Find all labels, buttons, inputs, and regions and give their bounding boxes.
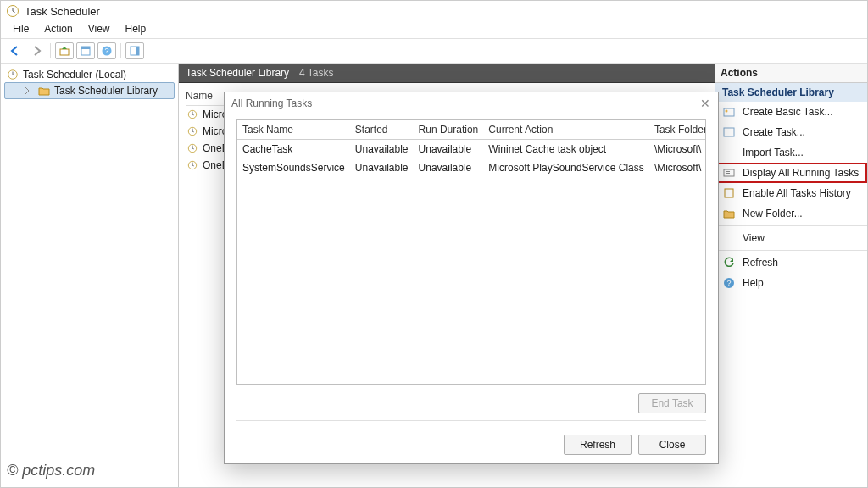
action-label: Create Task... <box>743 126 805 138</box>
col-started[interactable]: Started <box>350 120 414 140</box>
tree-root[interactable]: Task Scheduler (Local) <box>4 67 175 82</box>
action-label: Create Basic Task... <box>743 106 833 118</box>
dialog-buttons: End Task Refresh Close <box>225 385 718 463</box>
create-basic-task[interactable]: Create Basic Task... <box>715 102 867 122</box>
action-label: Import Task... <box>743 147 804 158</box>
panes-button[interactable] <box>125 42 144 59</box>
actions-section: Task Scheduler Library <box>715 83 867 102</box>
svg-rect-18 <box>726 173 730 174</box>
col-task-folder[interactable]: Task Folder <box>649 120 706 140</box>
table-row[interactable]: CacheTaskUnavailableUnavailableWininet C… <box>237 140 706 159</box>
help[interactable]: ? Help <box>715 273 867 293</box>
cell-started: Unavailable <box>350 158 414 177</box>
clock-icon <box>186 141 199 155</box>
action-label: Display All Running Tasks <box>743 167 859 179</box>
menu-help[interactable]: Help <box>119 21 153 36</box>
end-task-button[interactable]: End Task <box>638 393 706 413</box>
clock-icon <box>186 125 199 138</box>
tree-library-label: Task Scheduler Library <box>54 85 158 97</box>
forward-button[interactable] <box>27 42 46 59</box>
svg-point-14 <box>726 110 728 113</box>
center-title: Task Scheduler Library <box>186 67 289 79</box>
enable-history[interactable]: Enable All Tasks History <box>715 183 867 203</box>
wizard-icon <box>722 105 736 119</box>
cell-name: SystemSoundsService <box>237 158 350 177</box>
separator <box>715 225 867 226</box>
all-running-tasks-dialog: All Running Tasks ✕ Task Name Started Ru… <box>224 92 719 464</box>
action-label: Enable All Tasks History <box>743 187 851 199</box>
center-header: Task Scheduler Library 4 Tasks <box>179 64 715 83</box>
cell-name: CacheTask <box>237 140 350 159</box>
actions-header: Actions <box>715 64 867 83</box>
svg-rect-15 <box>724 128 734 136</box>
clock-icon <box>186 158 199 172</box>
up-button[interactable] <box>55 42 74 59</box>
import-icon <box>722 146 736 159</box>
running-tasks-icon <box>722 166 736 180</box>
toolbar-separator <box>50 43 51 58</box>
folder-icon <box>37 84 51 97</box>
tree-library[interactable]: Task Scheduler Library <box>4 82 175 99</box>
new-folder[interactable]: New Folder... <box>715 203 867 224</box>
display-running-tasks[interactable]: Display All Running Tasks <box>715 163 867 183</box>
dialog-title: All Running Tasks <box>231 97 312 109</box>
action-label: Refresh <box>743 257 778 269</box>
svg-rect-1 <box>60 49 69 55</box>
blank-icon <box>722 231 736 245</box>
running-tasks-table: Task Name Started Run Duration Current A… <box>237 120 706 177</box>
close-icon[interactable]: ✕ <box>699 97 711 109</box>
help-button[interactable]: ? <box>97 42 116 59</box>
svg-rect-17 <box>726 171 730 172</box>
menu-view[interactable]: View <box>81 21 117 36</box>
dialog-titlebar: All Running Tasks ✕ <box>225 92 718 114</box>
task-icon <box>722 125 736 139</box>
refresh[interactable]: Refresh <box>715 252 867 273</box>
history-icon <box>722 186 736 200</box>
import-task[interactable]: Import Task... <box>715 142 867 163</box>
clock-icon <box>6 68 19 81</box>
nav-tree: Task Scheduler (Local) Task Scheduler Li… <box>1 64 179 487</box>
toolbar: ? <box>1 39 867 64</box>
task-count: 4 Tasks <box>299 67 333 79</box>
action-label: New Folder... <box>743 208 803 219</box>
svg-rect-19 <box>725 189 733 197</box>
dialog-table-container[interactable]: Task Name Started Run Duration Current A… <box>236 119 706 385</box>
menu-action[interactable]: Action <box>37 21 79 36</box>
cell-duration: Unavailable <box>414 158 484 177</box>
watermark: © pctips.com <box>7 462 95 480</box>
back-button[interactable] <box>6 42 25 59</box>
cell-started: Unavailable <box>350 140 414 159</box>
app-title: Task Scheduler <box>25 5 100 18</box>
svg-rect-13 <box>724 108 734 116</box>
svg-rect-7 <box>136 47 139 55</box>
help-icon: ? <box>722 276 736 290</box>
cell-folder: \Microsoft\ <box>649 158 706 177</box>
menu-file[interactable]: File <box>6 21 36 36</box>
clock-icon <box>186 108 199 121</box>
menubar: File Action View Help <box>1 21 867 39</box>
refresh-button[interactable]: Refresh <box>564 435 632 455</box>
cell-duration: Unavailable <box>414 140 484 159</box>
svg-text:?: ? <box>104 47 108 55</box>
titlebar: Task Scheduler <box>1 1 867 21</box>
cell-folder: \Microsoft\ <box>649 140 706 159</box>
tree-root-label: Task Scheduler (Local) <box>23 69 126 80</box>
clock-icon <box>6 4 19 18</box>
svg-text:?: ? <box>726 279 731 287</box>
close-button[interactable]: Close <box>638 435 706 455</box>
properties-button[interactable] <box>76 42 95 59</box>
view-submenu[interactable]: View <box>715 228 867 248</box>
table-row[interactable]: SystemSoundsServiceUnavailableUnavailabl… <box>237 158 706 177</box>
col-task-name[interactable]: Task Name <box>237 120 350 140</box>
actions-pane: Actions Task Scheduler Library Create Ba… <box>715 64 867 487</box>
svg-rect-3 <box>81 47 90 49</box>
col-duration[interactable]: Run Duration <box>414 120 484 140</box>
new-folder-icon <box>722 207 736 220</box>
action-label: Help <box>743 277 764 289</box>
create-task[interactable]: Create Task... <box>715 122 867 142</box>
refresh-icon <box>722 256 736 269</box>
cell-action: Microsoft PlaySoundService Class <box>483 158 649 177</box>
col-current-action[interactable]: Current Action <box>483 120 649 140</box>
action-label: View <box>743 232 765 244</box>
cell-action: Wininet Cache task object <box>483 140 649 159</box>
